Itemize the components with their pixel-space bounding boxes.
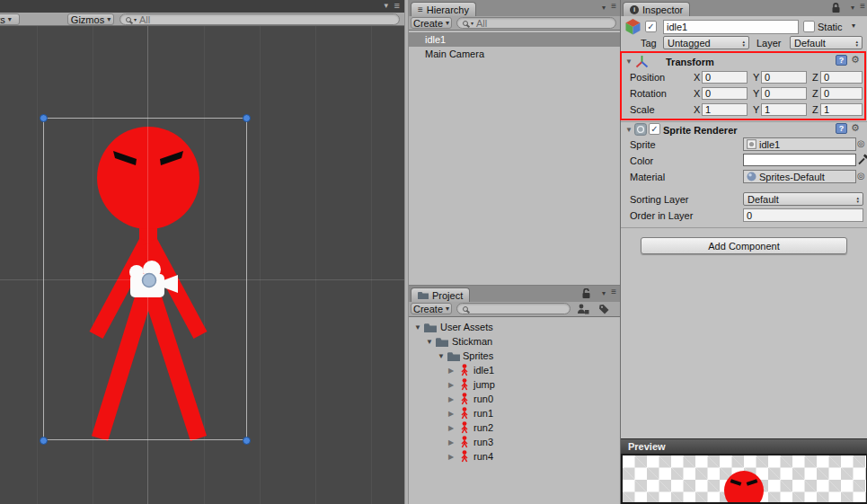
color-swatch[interactable] [743,154,856,166]
foldout-collapsed-icon[interactable]: ▶ [448,395,454,403]
project-asset-run2[interactable]: ▶ run2 [409,420,620,435]
hierarchy-panel-menu-icon[interactable]: ≡ [611,2,616,11]
folder-icon [436,337,448,347]
folder-label: User Assets [440,322,493,332]
hierarchy-search-input[interactable]: ▾ All [456,17,616,29]
hierarchy-item-idle1[interactable]: idle1 [409,32,620,47]
sorting-layer-dropdown[interactable]: Default ▴▾ [743,192,863,206]
foldout-expanded-icon[interactable]: ▼ [438,352,445,360]
sorting-layer-value: Default [748,194,779,205]
project-folder-sprites[interactable]: ▼ Sprites [409,349,620,363]
sprite-renderer-enabled-checkbox[interactable]: ✓ [649,123,660,135]
scale-x-field[interactable]: 1 [702,103,748,116]
selection-handle-top-left[interactable] [40,114,48,122]
foldout-collapsed-icon[interactable]: ▶ [448,381,454,389]
sprite-renderer-title: Sprite Renderer [663,125,738,136]
foldout-collapsed-icon[interactable]: ▶ [448,410,454,418]
foldout-expanded-icon[interactable]: ▼ [414,323,421,332]
position-x-field[interactable]: 0 [702,71,748,84]
project-asset-run0[interactable]: ▶ run0 [409,392,620,406]
gizmos-button[interactable]: Gizmos ▾ [67,13,114,25]
tag-dropdown[interactable]: Untagged ▴▾ [663,36,749,49]
sprite-object-field[interactable]: idle1 [743,137,856,151]
component-separator [621,121,867,122]
search-by-label-icon[interactable] [597,304,610,315]
hierarchy-item-label: Main Camera [425,49,484,59]
project-asset-run3[interactable]: ▶ run3 [409,435,620,449]
rotation-z-field[interactable]: 0 [820,87,863,100]
hierarchy-panel-dropdown-icon[interactable]: ▾ [602,4,606,13]
foldout-collapsed-icon[interactable]: ▶ [448,367,454,375]
help-icon[interactable]: ? [836,55,847,66]
tab-inspector[interactable]: i Inspector [623,2,690,16]
axis-z-label: Z [812,72,818,83]
add-component-button[interactable]: Add Component [641,237,847,254]
hierarchy-search-value: All [476,18,487,29]
preview-header[interactable]: Preview [621,438,867,454]
tab-hierarchy[interactable]: ≡ Hierarchy [411,2,476,16]
effects-button[interactable]: ts ▾ [0,13,20,25]
selection-handle-top-right[interactable] [243,114,251,122]
order-in-layer-field[interactable]: 0 [743,208,863,222]
rotation-y-field[interactable]: 0 [761,87,807,100]
sprite-renderer-foldout-icon[interactable]: ▼ [625,126,633,134]
asset-label: idle1 [473,365,494,376]
static-checkbox[interactable] [803,21,815,32]
foldout-expanded-icon[interactable]: ▼ [426,338,433,346]
sprite-mini-icon [747,139,756,149]
gameobject-active-checkbox[interactable]: ✓ [645,21,657,32]
project-panel-dropdown-icon[interactable]: ▾ [602,289,606,298]
project-panel-menu-icon[interactable]: ≡ [611,287,616,296]
material-sphere-icon [747,172,756,181]
position-z-field[interactable]: 0 [820,71,863,84]
help-icon[interactable]: ? [836,123,847,134]
asset-label: run4 [473,451,493,462]
selection-handle-bottom-right[interactable] [243,437,251,445]
static-dropdown-icon[interactable]: ▾ [852,22,855,30]
hierarchy-create-button[interactable]: Create ▾ [411,17,452,29]
hierarchy-tab-strip: ≡ Hierarchy ▾ ≡ [409,0,620,16]
chevron-down-icon: ▾ [446,305,449,313]
foldout-collapsed-icon[interactable]: ▶ [448,438,454,447]
project-folder-stickman[interactable]: ▼ Stickman [409,334,620,349]
scene-panel-menu-icon[interactable]: ≡ [394,0,400,11]
object-picker-icon[interactable]: ◎ [857,138,865,148]
material-object-field[interactable]: Sprites-Default [743,170,856,183]
selection-handle-bottom-left[interactable] [40,437,48,445]
project-folder-user-assets[interactable]: ▼ User Assets [409,320,620,334]
unlock-icon[interactable] [581,288,591,299]
transform-foldout-icon[interactable]: ▼ [625,57,633,66]
foldout-collapsed-icon[interactable]: ▶ [448,424,454,432]
inspector-panel-dropdown-icon[interactable]: ▾ [851,4,854,13]
scale-y-field[interactable]: 1 [761,103,807,116]
scale-z-field[interactable]: 1 [820,103,863,116]
sprite-thumbnail-icon [460,407,469,420]
layer-dropdown[interactable]: Default ▴▾ [790,36,863,49]
gameobject-name-field[interactable]: idle1 [663,20,799,34]
project-asset-run4[interactable]: ▶ run4 [409,449,620,464]
scene-panel-dropdown-icon[interactable]: ▾ [384,1,388,10]
scene-viewport[interactable] [0,26,404,504]
project-asset-jump[interactable]: ▶ jump [409,377,620,392]
project-asset-run1[interactable]: ▶ run1 [409,406,620,420]
asset-label: run2 [473,422,493,433]
gear-icon[interactable]: ⚙ [851,55,860,65]
foldout-collapsed-icon[interactable]: ▶ [448,453,454,461]
scene-search-input[interactable]: ▾ All [119,13,400,25]
inspector-panel-menu-icon[interactable]: ≡ [860,2,865,11]
project-create-button[interactable]: Create ▾ [411,303,452,314]
project-asset-idle1[interactable]: ▶ idle1 [409,363,620,377]
project-tab-strip: Project ▾ ≡ [409,286,620,302]
hierarchy-item-main-camera[interactable]: Main Camera [409,47,620,61]
camera-gizmo-icon[interactable] [124,258,183,303]
gear-icon[interactable]: ⚙ [851,123,860,133]
search-by-type-icon[interactable] [576,304,590,314]
object-picker-icon[interactable]: ◎ [857,171,865,181]
project-search-input[interactable] [456,303,571,314]
lock-icon[interactable] [831,3,841,13]
tab-project[interactable]: Project [411,287,470,302]
rotation-x-field[interactable]: 0 [702,87,748,100]
position-y-field[interactable]: 0 [761,71,807,84]
create-button-label: Create [413,18,443,29]
eyedropper-icon[interactable] [857,153,867,165]
